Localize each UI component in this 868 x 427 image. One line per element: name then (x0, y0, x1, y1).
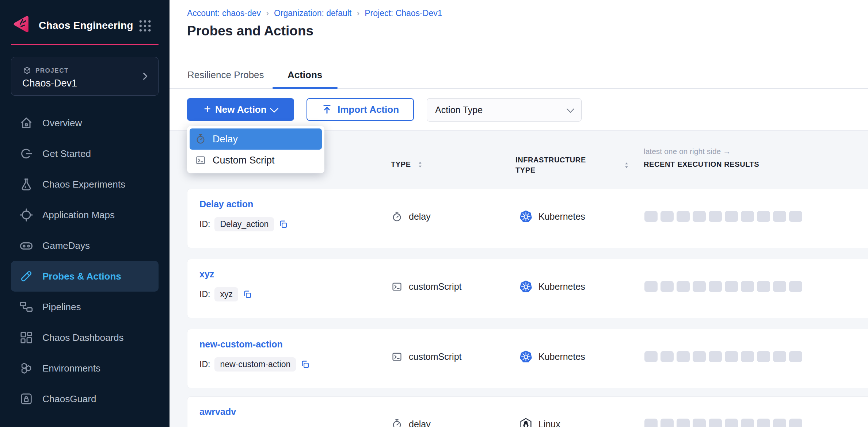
import-action-button[interactable]: Import Action (307, 98, 414, 121)
infrastructure-value: Linux (538, 419, 560, 427)
action-name-link[interactable]: new-custom-action (199, 339, 283, 350)
column-header-type-label: TYPE (391, 160, 411, 169)
recent-execution-placeholders (644, 281, 802, 292)
menu-item-label: Custom Script (213, 155, 275, 166)
harness-chaos-logo-icon[interactable] (12, 15, 31, 34)
action-id-value: Delay_action (214, 217, 274, 231)
sidebar-item-label: Environments (42, 363, 100, 374)
action-type-cell: delay (391, 418, 431, 427)
sort-icon[interactable] (416, 161, 424, 169)
plus-icon: + (204, 102, 211, 116)
action-row: Delay action ID: Delay_action delay Kube… (187, 189, 868, 248)
column-header-infrastructure-type[interactable]: INFRASTRUCTURE TYPE (515, 155, 589, 175)
sidebar-item-application-maps[interactable]: Application Maps (11, 200, 159, 230)
action-name-link[interactable]: Delay action (199, 199, 253, 209)
execution-result-placeholder (677, 351, 690, 362)
action-name-link[interactable]: awrvadv (199, 407, 236, 417)
execution-result-placeholder (660, 419, 674, 427)
execution-result-placeholder (677, 419, 690, 427)
sidebar-nav: Overview Get Started Chaos Experiments A… (0, 108, 170, 414)
execution-result-placeholder (693, 281, 706, 292)
infrastructure-value: Kubernetes (538, 281, 585, 292)
recent-execution-placeholders (644, 419, 802, 427)
action-type-cell: delay (391, 210, 431, 223)
results-order-note: latest one on right side → (644, 147, 731, 156)
execution-result-placeholder (773, 351, 786, 362)
copy-icon[interactable] (243, 289, 252, 299)
action-type-value: Action Type (435, 105, 483, 115)
sidebar: Chaos Engineering PROJECT Chaos-Dev1 Ove… (0, 0, 170, 427)
execution-result-placeholder (725, 419, 738, 427)
id-label: ID: (199, 219, 210, 229)
sort-icon[interactable] (623, 161, 631, 169)
stopwatch-icon (195, 134, 206, 145)
stopwatch-icon (391, 419, 403, 427)
breadcrumb-organization-link[interactable]: Organization: default (274, 8, 351, 18)
sidebar-item-chaos-experiments[interactable]: Chaos Experiments (11, 169, 159, 200)
breadcrumb-account-link[interactable]: Account: chaos-dev (187, 8, 261, 18)
action-name-link[interactable]: xyz (199, 269, 214, 280)
action-id-row: ID: Delay_action (199, 217, 288, 231)
tab-actions[interactable]: Actions (273, 61, 338, 88)
sidebar-item-get-started[interactable]: Get Started (11, 138, 159, 169)
execution-result-placeholder (725, 281, 738, 292)
sidebar-item-pipelines[interactable]: Pipelines (11, 292, 159, 322)
infrastructure-cell: Kubernetes (519, 280, 585, 293)
sidebar-item-gamedays[interactable]: GameDays (11, 230, 159, 261)
sidebar-item-label: GameDays (42, 240, 90, 251)
action-type-value: customScript (409, 351, 461, 362)
action-row: awrvadv ID: delay Linux (187, 396, 868, 427)
execution-result-placeholder (660, 281, 674, 292)
linux-icon (519, 418, 533, 427)
sidebar-item-overview[interactable]: Overview (11, 108, 159, 138)
column-header-type[interactable]: TYPE (391, 160, 424, 169)
sidebar-item-chaosguard[interactable]: ChaosGuard (11, 384, 159, 414)
lock-icon (19, 392, 34, 406)
execution-result-placeholder (757, 419, 770, 427)
test-tube-icon (19, 269, 34, 284)
project-label: PROJECT (35, 67, 69, 74)
breadcrumb-separator: › (266, 8, 269, 18)
breadcrumb-project-link[interactable]: Project: Chaos-Dev1 (365, 8, 442, 18)
menu-item-delay[interactable]: Delay (190, 128, 322, 150)
project-name: Chaos-Dev1 (22, 78, 77, 89)
execution-result-placeholder (644, 351, 658, 362)
hexagons-icon (19, 361, 34, 376)
execution-result-placeholder (741, 281, 754, 292)
infrastructure-cell: Kubernetes (519, 209, 585, 223)
execution-result-placeholder (644, 419, 658, 427)
execution-result-placeholder (789, 281, 802, 292)
project-selector[interactable]: PROJECT Chaos-Dev1 (11, 57, 159, 96)
home-icon (19, 116, 34, 130)
sidebar-item-environments[interactable]: Environments (11, 353, 159, 384)
main-content: Account: chaos-dev › Organization: defau… (170, 0, 868, 427)
app-title: Chaos Engineering (39, 20, 133, 31)
tab-resilience-probes[interactable]: Resilience Probes (187, 61, 268, 88)
crosshair-icon (19, 208, 34, 222)
sidebar-item-chaos-dashboards[interactable]: Chaos Dashboards (11, 322, 159, 353)
execution-result-placeholder (693, 351, 706, 362)
execution-result-placeholder (789, 211, 802, 222)
copy-icon[interactable] (300, 359, 310, 369)
execution-result-placeholder (725, 351, 738, 362)
module-grid-icon[interactable] (137, 18, 153, 34)
sidebar-accent-divider (11, 44, 159, 45)
actions-list: TYPE INFRASTRUCTURE TYPE latest one on r… (170, 130, 868, 427)
execution-result-placeholder (677, 211, 690, 222)
execution-result-placeholder (709, 211, 722, 222)
menu-item-custom-script[interactable]: Custom Script (190, 150, 322, 171)
action-id-value: new-custom-action (214, 357, 296, 372)
sidebar-item-label: Chaos Experiments (42, 179, 125, 190)
action-id-row: ID: xyz (199, 287, 252, 301)
copy-icon[interactable] (278, 219, 288, 229)
action-type-select[interactable]: Action Type (427, 98, 582, 122)
sidebar-item-label: Pipelines (42, 301, 81, 313)
terminal-icon (391, 281, 403, 292)
import-action-label: Import Action (338, 104, 399, 115)
action-type-value: customScript (409, 281, 461, 292)
sidebar-item-label: Probes & Actions (42, 271, 121, 282)
chevron-down-icon (270, 104, 278, 113)
kubernetes-icon (519, 350, 533, 363)
new-action-button[interactable]: + New Action (187, 98, 294, 121)
sidebar-item-probes-actions[interactable]: Probes & Actions (11, 261, 159, 292)
